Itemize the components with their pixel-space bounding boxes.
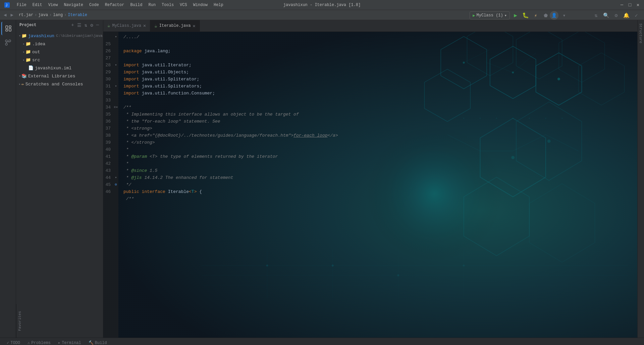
nav-back-button[interactable]: ◀ [2, 11, 8, 19]
run-config-area: ▶ MyClass (1) ▾ ▶ 🐛 ⚡ ⬟ [470, 11, 550, 20]
settings-icon[interactable]: ⚙ [612, 11, 621, 20]
menu-bar: File Edit View Navigate Code Refactor Bu… [14, 2, 226, 8]
vcs-icon[interactable]: ⇅ [592, 11, 600, 20]
breadcrumb-iterable[interactable]: Iterable [68, 13, 87, 17]
structure-panel-label[interactable]: Structure [638, 20, 644, 47]
scratches-icon: ✏ [21, 81, 24, 87]
terminal-icon: ▸ [58, 340, 60, 345]
app-container: Project + ☰ ⇅ ⚙ ─ ▾ 📁 javashixun C:\bibe… [0, 20, 644, 338]
menu-help[interactable]: Help [211, 2, 226, 8]
code-line-39: * </strong> [123, 139, 636, 146]
project-tree: ▾ 📁 javashixun C:\bibeiruanjian\java... … [16, 30, 103, 338]
code-line-34: /** [123, 104, 636, 111]
extlib-icon: 📚 [21, 73, 27, 79]
code-line-41: * @param <T> the type of elements return… [123, 153, 636, 160]
menu-run[interactable]: Run [146, 2, 158, 8]
code-line-44: * @jls 14.14.2 The enhanced for statemen… [123, 174, 636, 181]
menu-file[interactable]: File [14, 2, 29, 8]
menu-build[interactable]: Build [127, 2, 145, 8]
activity-vcs-icon[interactable] [1, 36, 15, 49]
activity-project-icon[interactable] [1, 22, 15, 35]
run-button[interactable]: ▶ [511, 11, 520, 20]
code-line-29: import java.util.Objects; [123, 69, 636, 76]
folder-icon: 📁 [25, 41, 31, 47]
arrow-right-icon-2: ▸ [23, 50, 25, 54]
git-status-icon[interactable]: ✓ [632, 11, 641, 20]
svg-rect-4 [6, 29, 8, 31]
menu-vcs[interactable]: VCS [177, 2, 190, 8]
nav-forward-button[interactable]: ▶ [8, 11, 15, 19]
tree-item-scratches[interactable]: ▸ ✏ Scratches and Consoles [16, 80, 103, 88]
tab-iterable[interactable]: ☕ Iterable.java ✕ [150, 20, 200, 31]
code-content[interactable]: /..../ package java.lang; import java.ut… [118, 32, 641, 338]
tab-iterable-label: Iterable.java [159, 23, 191, 28]
breadcrumb-lang[interactable]: lang [53, 13, 63, 17]
svg-point-7 [9, 40, 11, 42]
tree-item-idea[interactable]: ▸ 📁 .idea [16, 40, 103, 48]
sidebar-header: Project + ☰ ⇅ ⚙ ─ [16, 20, 103, 30]
tree-root-label: javashixun [28, 33, 54, 39]
tree-item-root[interactable]: ▾ 📁 javashixun C:\bibeiruanjian\java... [16, 32, 103, 40]
tree-root-path: C:\bibeiruanjian\java... [56, 34, 103, 38]
svg-rect-2 [6, 26, 8, 28]
menu-code[interactable]: Code [87, 2, 102, 8]
breadcrumb-rtjar[interactable]: rt.jar [19, 13, 33, 17]
todo-tab[interactable]: ✓ TODO [3, 339, 23, 345]
search-everywhere-icon[interactable]: 🔍 [602, 11, 610, 20]
problems-tab[interactable]: ⚠ Problems [24, 339, 54, 345]
window-controls: ─ □ ✕ [619, 2, 641, 8]
tree-src-label: src [32, 58, 40, 63]
maximize-button[interactable]: □ [627, 2, 633, 8]
sidebar-actions: + ☰ ⇅ ⚙ ─ [70, 22, 100, 29]
code-line-40: * [123, 146, 636, 153]
tree-item-out[interactable]: ▸ 📁 out [16, 48, 103, 56]
sidebar-add-icon[interactable]: + [70, 22, 74, 29]
tree-item-extlib[interactable]: ▾ 📚 External Libraries [16, 72, 103, 80]
code-line-33 [123, 97, 636, 104]
menu-tools[interactable]: Tools [159, 2, 176, 8]
favorites-bar[interactable]: Favorites [16, 304, 23, 338]
sidebar-hide-icon[interactable]: ─ [96, 22, 100, 29]
bottom-toolbar: ✓ TODO ⚠ Problems ▸ Terminal 🔨 Build [0, 338, 644, 345]
folder-src-icon: 📁 [25, 57, 31, 63]
minimize-button[interactable]: ─ [619, 2, 625, 8]
notifications-icon[interactable]: 🔔 [622, 11, 631, 20]
sidebar-title: Project [19, 23, 36, 27]
menu-navigate[interactable]: Navigate [61, 2, 86, 8]
breadcrumb-java[interactable]: java [38, 13, 48, 17]
menu-view[interactable]: View [46, 2, 61, 8]
menu-window[interactable]: Window [191, 2, 210, 8]
debug-button[interactable]: 🐛 [521, 11, 530, 20]
run-config-selector[interactable]: ▶ MyClass (1) ▾ [470, 11, 510, 19]
code-line-38: * <a href="{@docRoot}/../technotes/guide… [123, 132, 636, 139]
coverage-button[interactable]: ⚡ [531, 11, 540, 20]
tree-item-iml[interactable]: 📄 javashixun.iml [16, 64, 103, 72]
menu-refactor[interactable]: Refactor [102, 2, 127, 8]
sidebar-expand-icon[interactable]: ⇅ [84, 22, 88, 29]
tab-iterable-close[interactable]: ✕ [193, 23, 195, 29]
build-tab[interactable]: 🔨 Build [85, 339, 110, 345]
title-bar: J File Edit View Navigate Code Refactor … [0, 0, 644, 10]
tree-idea-label: .idea [32, 42, 45, 47]
code-line-45: */ [123, 181, 636, 188]
code-line-36: * the "for-each loop" statement. See [123, 118, 636, 125]
sidebar-settings-icon[interactable]: ⚙ [90, 22, 94, 29]
tab-myclass[interactable]: ☕ MyClass.java ✕ [103, 20, 150, 31]
code-line-47: /** [123, 195, 636, 202]
terminal-tab[interactable]: ▸ Terminal [55, 339, 85, 345]
code-editor[interactable]: ▾ 25 26 27 28▾ 29 30 31▾ 32 33 34≡▾ 35 3… [103, 32, 644, 338]
close-button[interactable]: ✕ [635, 2, 641, 8]
tree-item-src[interactable]: ▸ 📁 src [16, 56, 103, 64]
code-line-42: * [123, 160, 636, 167]
profile-button[interactable]: ⬟ [541, 11, 550, 20]
user-icon-button[interactable]: 👤 [550, 11, 558, 20]
sidebar-collapse-icon[interactable]: ☰ [76, 22, 82, 29]
tab-myclass-icon: ☕ [107, 23, 110, 28]
run-config-icon: ▶ [473, 13, 475, 18]
breadcrumb: rt.jar › java › lang › Iterable [19, 13, 87, 17]
user-chevron[interactable]: ▾ [560, 11, 569, 20]
menu-edit[interactable]: Edit [30, 2, 45, 8]
tab-myclass-close[interactable]: ✕ [143, 23, 146, 28]
svg-rect-3 [9, 26, 11, 27]
code-line-35: * Implementing this interface allows an … [123, 111, 636, 118]
